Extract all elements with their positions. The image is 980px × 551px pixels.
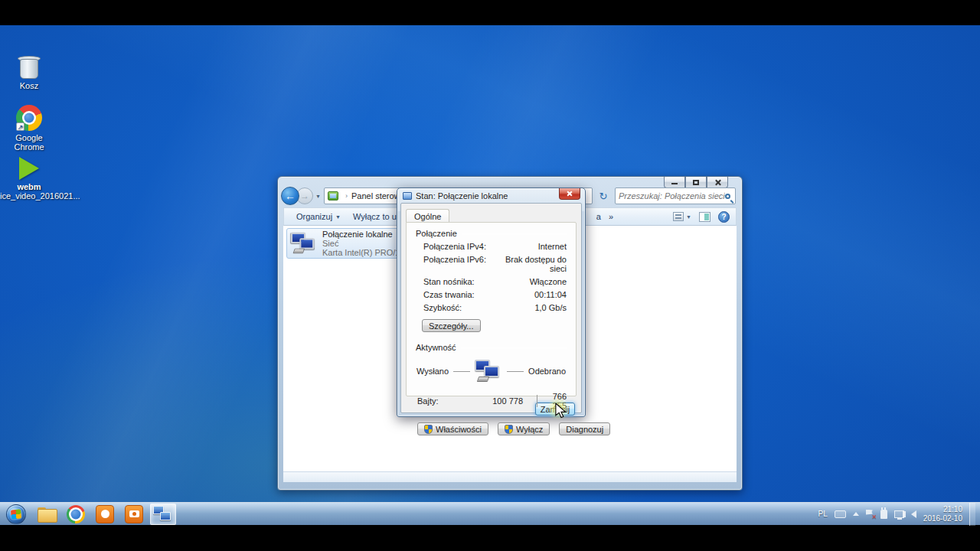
desktop-icon-recycle-bin[interactable]: Kosz <box>0 53 58 90</box>
screen: Kosz ↗ Google Chrome webm ice_video_2016… <box>0 0 980 551</box>
search-input[interactable] <box>619 191 725 201</box>
organize-label: Organizuj <box>296 212 332 221</box>
overflow-icon: » <box>609 212 613 221</box>
diagnose-button[interactable]: Diagnozuj <box>559 422 610 435</box>
toolbar-fragment: a <box>596 212 601 221</box>
shortcut-arrow-icon: ↗ <box>16 122 24 131</box>
refresh-icon: ↻ <box>599 191 608 202</box>
tray-time: 21:10 <box>923 505 962 514</box>
icon-label: Google Chrome <box>0 133 58 152</box>
help-button[interactable]: ? <box>718 211 730 223</box>
icon-filename: ice_video_2016021... <box>0 191 58 201</box>
network-connection-icon <box>291 233 317 255</box>
search-icon <box>725 194 730 199</box>
properties-button[interactable]: Właściwości <box>417 422 488 435</box>
chevron-down-icon: ▼ <box>335 214 341 220</box>
dialog-icon <box>403 192 412 200</box>
desktop-icon-google-chrome[interactable]: ↗ Google Chrome <box>0 105 58 152</box>
group-label: Połączenie <box>416 229 457 238</box>
dialog-body: Ogólne Połączenie Połączenia IPv4: Inter… <box>400 203 582 413</box>
activity-group: Aktywność <box>416 343 567 352</box>
stat-label: Czas trwania: <box>423 290 496 299</box>
folder-icon <box>38 507 56 521</box>
dialog-titlebar[interactable]: Stan: Połączenie lokalne <box>397 188 585 203</box>
taskbar-clock[interactable]: 21:10 2016-02-10 <box>923 505 962 523</box>
taskbar-recorder-button[interactable] <box>92 504 118 525</box>
views-icon <box>673 212 684 221</box>
mouse-cursor <box>554 403 568 419</box>
recorder-icon <box>96 505 114 523</box>
tray-date: 2016-02-10 <box>923 514 962 523</box>
dialog-title: Stan: Połączenie lokalne <box>416 191 508 201</box>
taskbar-explorer-button[interactable] <box>34 504 60 525</box>
power-icon[interactable] <box>880 510 887 519</box>
stat-row-duration: Czas trwania: 00:11:04 <box>416 290 567 299</box>
camera-icon <box>125 505 143 523</box>
refresh-button[interactable]: ↻ <box>596 187 611 204</box>
preview-pane-button[interactable] <box>699 212 710 222</box>
volume-icon[interactable] <box>911 510 916 518</box>
diagnose-label: Diagnozuj <box>566 425 603 434</box>
stat-row-ipv6: Połączenia IPv6: Brak dostępu do sieci <box>416 255 567 273</box>
taskbar-network-connections-button[interactable] <box>150 504 176 525</box>
dialog-close-button[interactable] <box>559 188 580 200</box>
language-indicator[interactable]: PL <box>818 510 828 518</box>
tab-general[interactable]: Ogólne <box>406 209 449 223</box>
start-button[interactable] <box>6 504 26 524</box>
uac-shield-icon <box>505 425 513 434</box>
minimize-icon <box>671 183 678 184</box>
chevron-down-icon: ▼ <box>686 214 691 220</box>
keyboard-layout-icon[interactable] <box>835 510 846 518</box>
details-pane <box>283 471 737 482</box>
toolbar-overflow-button[interactable]: » <box>603 212 619 221</box>
show-hidden-icons-button[interactable] <box>853 512 859 516</box>
search-box[interactable] <box>615 187 736 204</box>
bytes-label: Bajty: <box>416 396 469 406</box>
disable-button[interactable]: Wyłącz <box>498 422 550 435</box>
taskbar: PL 21:10 2016-02-10 <box>0 502 980 525</box>
desktop-icon-webm-video[interactable]: webm ice_video_2016021... <box>0 157 58 201</box>
organize-menu-button[interactable]: Organizuj ▼ <box>290 212 347 221</box>
received-label: Odebrano <box>528 367 566 376</box>
back-button[interactable]: ← <box>281 187 299 205</box>
windows-logo-icon <box>11 509 21 519</box>
icon-label: webm <box>0 182 58 191</box>
breadcrumb-chevron-icon: › <box>341 192 351 200</box>
tab-page: Połączenie Połączenia IPv4: Internet Poł… <box>406 222 577 396</box>
recent-pages-dropdown[interactable]: ▼ <box>315 194 321 199</box>
desktop: Kosz ↗ Google Chrome webm ice_video_2016… <box>0 25 980 525</box>
toolbar-clipped-item: a <box>595 212 603 221</box>
stat-value: 00:11:04 <box>496 290 567 299</box>
bytes-sent-value: 100 778 <box>469 396 523 406</box>
close-icon <box>714 179 721 186</box>
sent-label: Wysłano <box>416 367 449 376</box>
system-tray: PL 21:10 2016-02-10 <box>818 503 980 526</box>
play-icon <box>19 157 39 180</box>
action-center-icon[interactable] <box>866 510 874 519</box>
connector-line <box>507 371 524 372</box>
stat-row-media-state: Stan nośnika: Włączone <box>416 277 567 286</box>
close-icon <box>567 191 573 197</box>
details-label: Szczegóły... <box>429 321 474 331</box>
connection-group: Połączenie <box>416 229 567 238</box>
taskbar-screenshot-button[interactable] <box>121 504 147 525</box>
stat-value: Brak dostępu do sieci <box>496 255 567 273</box>
details-button[interactable]: Szczegóły... <box>422 319 481 332</box>
taskbar-chrome-button[interactable] <box>63 504 89 525</box>
chrome-icon: ↗ <box>16 105 42 131</box>
stat-row-speed: Szybkość: 1,0 Gb/s <box>416 303 567 312</box>
stat-label: Stan nośnika: <box>423 277 496 286</box>
forward-icon: → <box>300 191 309 201</box>
stat-label: Szybkość: <box>423 303 496 312</box>
disable-label: Wyłącz <box>516 425 543 434</box>
group-label: Aktywność <box>416 343 456 352</box>
stat-label: Połączenia IPv4: <box>423 242 496 251</box>
show-desktop-button[interactable] <box>969 503 975 526</box>
stat-value: Włączone <box>496 277 567 286</box>
maximize-icon <box>693 180 699 185</box>
chrome-icon <box>67 505 85 523</box>
change-view-button[interactable]: ▼ <box>673 212 691 221</box>
activity-computers-icon <box>475 360 502 383</box>
help-icon: ? <box>721 213 726 221</box>
connector-line <box>453 371 470 372</box>
